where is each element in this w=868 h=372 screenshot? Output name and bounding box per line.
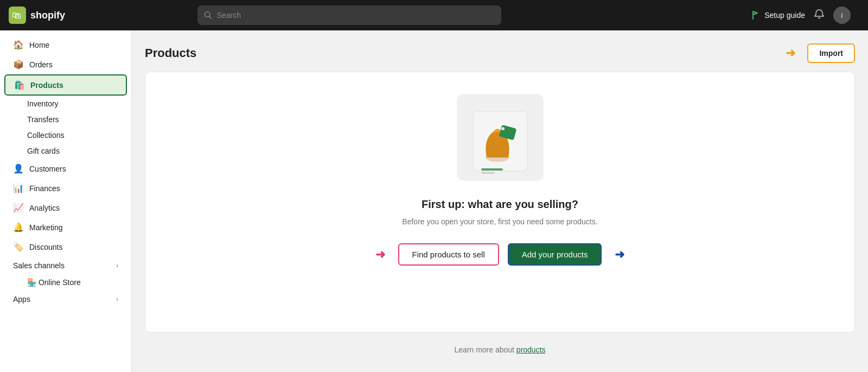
sidebar-label-customers: Customers xyxy=(29,165,66,173)
sidebar-item-analytics[interactable]: 📈 Analytics xyxy=(4,198,127,217)
logo-text: shopify xyxy=(30,10,65,21)
chevron-right-icon: › xyxy=(116,262,118,269)
orders-icon: 📦 xyxy=(13,59,24,70)
notifications-icon[interactable] xyxy=(814,9,825,22)
sidebar-section-label-apps: Apps xyxy=(13,295,30,304)
logo[interactable]: 🛍 shopify xyxy=(9,7,65,24)
product-card-title: First up: what are you selling? xyxy=(422,198,578,211)
import-arrow-icon: ➜ xyxy=(786,46,795,60)
sidebar-label-orders: Orders xyxy=(29,60,53,69)
discounts-icon: 🏷️ xyxy=(13,242,24,252)
vase-illustration xyxy=(468,106,533,176)
svg-line-3 xyxy=(209,16,211,18)
sidebar-sub-item-online-store[interactable]: 🏪 Online Store xyxy=(4,275,127,290)
sidebar-label-products: Products xyxy=(30,81,63,90)
find-products-button[interactable]: Find products to sell xyxy=(398,243,499,266)
sidebar-label-home: Home xyxy=(29,41,49,49)
setup-guide-label: Setup guide xyxy=(764,11,805,20)
sidebar-sub-item-collections[interactable]: Collections xyxy=(4,128,127,143)
find-products-wrapper: ➜ Find products to sell xyxy=(398,243,499,266)
chevron-right-icon-apps: › xyxy=(116,295,118,303)
card-actions: ➜ Find products to sell Add your product… xyxy=(398,243,602,266)
search-icon xyxy=(204,11,212,20)
product-card-subtitle: Before you open your store, first you ne… xyxy=(402,217,597,226)
product-empty-state-card: First up: what are you selling? Before y… xyxy=(145,72,855,332)
learn-more-prefix: Learn more about xyxy=(454,345,516,354)
add-arrow-icon: ➜ xyxy=(615,248,624,262)
user-avatar[interactable]: i xyxy=(833,7,851,24)
sidebar-section-apps[interactable]: Apps › xyxy=(4,291,127,308)
sidebar-item-discounts[interactable]: 🏷️ Discounts xyxy=(4,237,127,256)
sidebar: 🏠 Home 📦 Orders 🛍️ Products Inventory Tr… xyxy=(0,30,132,372)
flag-icon xyxy=(751,10,761,20)
find-arrow-icon: ➜ xyxy=(375,248,385,262)
sidebar-label-giftcards: Gift cards xyxy=(27,147,60,155)
shopify-logo-icon: 🛍 xyxy=(9,7,26,24)
sidebar-item-orders[interactable]: 📦 Orders xyxy=(4,55,127,74)
product-illustration xyxy=(457,94,544,181)
sidebar-section-sales-channels[interactable]: Sales channels › xyxy=(4,257,127,274)
analytics-icon: 📈 xyxy=(13,203,24,213)
finances-icon: 📊 xyxy=(13,183,24,193)
sidebar-item-home[interactable]: 🏠 Home xyxy=(4,35,127,54)
sidebar-label-discounts: Discounts xyxy=(29,243,62,251)
learn-more-link[interactable]: products xyxy=(516,345,546,354)
sidebar-sub-item-giftcards[interactable]: Gift cards xyxy=(4,143,127,159)
sidebar-sub-item-transfers[interactable]: Transfers xyxy=(4,112,127,127)
online-store-icon: 🏪 xyxy=(27,278,36,287)
main-content: Products ➜ Import xyxy=(132,30,868,372)
sidebar-label-marketing: Marketing xyxy=(29,223,62,232)
customers-icon: 👤 xyxy=(13,163,24,174)
sidebar-label-transfers: Transfers xyxy=(27,115,59,124)
products-icon: 🛍️ xyxy=(14,80,25,90)
marketing-icon: 🔔 xyxy=(13,222,24,232)
setup-guide-button[interactable]: Setup guide xyxy=(751,10,805,20)
page-header: Products ➜ Import xyxy=(145,43,855,63)
sidebar-sub-item-inventory[interactable]: Inventory xyxy=(4,96,127,111)
sidebar-label-online-store: Online Store xyxy=(39,278,81,287)
topbar-right: Setup guide i xyxy=(751,7,859,24)
sidebar-section-label-sales-channels: Sales channels xyxy=(13,261,65,270)
layout: 🏠 Home 📦 Orders 🛍️ Products Inventory Tr… xyxy=(0,30,868,372)
sidebar-item-products[interactable]: 🛍️ Products xyxy=(4,74,127,96)
sidebar-label-finances: Finances xyxy=(29,184,60,193)
sidebar-label-inventory: Inventory xyxy=(27,99,59,108)
add-products-button[interactable]: Add your products xyxy=(508,243,602,266)
page-title: Products xyxy=(145,46,196,60)
sidebar-item-finances[interactable]: 📊 Finances xyxy=(4,179,127,198)
svg-rect-9 xyxy=(481,172,495,174)
topbar: 🛍 shopify Setup guide i xyxy=(0,0,868,30)
svg-text:🛍: 🛍 xyxy=(12,10,22,21)
svg-point-7 xyxy=(501,127,505,130)
home-icon: 🏠 xyxy=(13,40,24,50)
add-products-wrapper: Add your products ➜ xyxy=(508,243,602,266)
search-input[interactable] xyxy=(217,11,495,20)
sidebar-label-analytics: Analytics xyxy=(29,204,60,212)
svg-rect-8 xyxy=(481,168,503,171)
search-bar[interactable] xyxy=(197,5,501,25)
sidebar-item-customers[interactable]: 👤 Customers xyxy=(4,159,127,178)
import-button[interactable]: Import xyxy=(807,43,855,63)
sidebar-item-marketing[interactable]: 🔔 Marketing xyxy=(4,218,127,237)
learn-more: Learn more about products xyxy=(145,345,855,354)
sidebar-label-collections: Collections xyxy=(27,131,64,140)
